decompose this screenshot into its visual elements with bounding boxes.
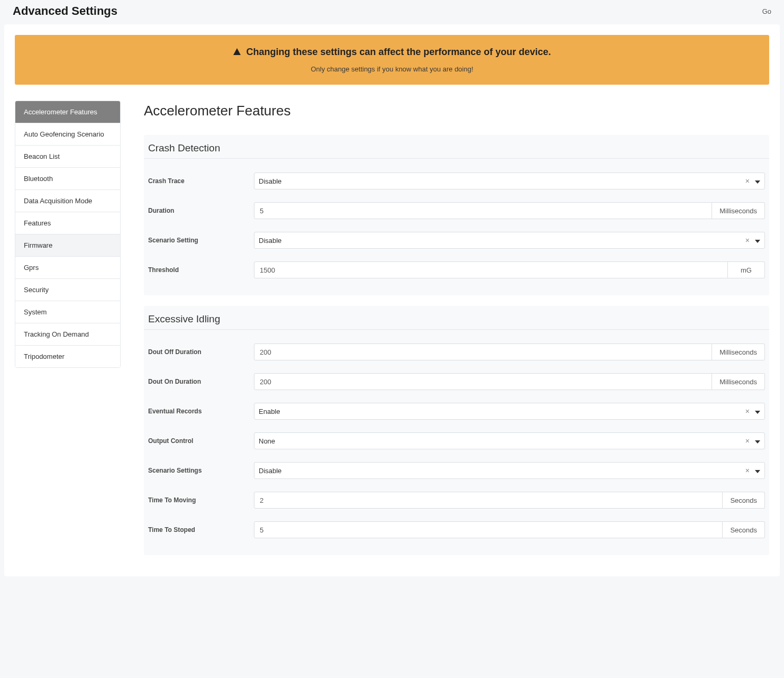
warning-banner: Changing these settings can affect the p… bbox=[15, 35, 769, 85]
sidebar-list: Accelerometer FeaturesAuto Geofencing Sc… bbox=[15, 101, 121, 368]
label-dout-on: Dout On Duration bbox=[148, 378, 254, 385]
sidebar-item-gprs[interactable]: Gprs bbox=[15, 257, 120, 279]
section-excessive-idling: Excessive Idling Dout Off Duration Milli… bbox=[144, 306, 769, 555]
unit-duration: Milliseconds bbox=[712, 202, 765, 219]
page-main-title: Advanced Settings bbox=[13, 4, 117, 18]
section-title-idling: Excessive Idling bbox=[144, 306, 769, 330]
unit-dout-on: Milliseconds bbox=[712, 373, 765, 390]
select-value: Enable bbox=[259, 408, 742, 415]
clear-icon[interactable]: × bbox=[742, 177, 753, 185]
row-dout-off: Dout Off Duration Milliseconds bbox=[144, 337, 769, 367]
label-crash-trace: Crash Trace bbox=[148, 177, 254, 185]
chevron-down-icon[interactable] bbox=[753, 437, 760, 445]
row-time-to-moving: Time To Moving Seconds bbox=[144, 485, 769, 515]
row-time-to-stoped: Time To Stoped Seconds bbox=[144, 515, 769, 545]
sidebar-item-data-acquisition-mode[interactable]: Data Acquisition Mode bbox=[15, 190, 120, 212]
label-scenario-setting: Scenario Setting bbox=[148, 237, 254, 244]
select-crash-trace[interactable]: Disable × bbox=[254, 173, 765, 189]
page-title: Accelerometer Features bbox=[144, 103, 769, 119]
select-value: None bbox=[259, 437, 742, 445]
label-time-to-stoped: Time To Stoped bbox=[148, 526, 254, 534]
unit-time-to-moving: Seconds bbox=[723, 492, 765, 509]
warning-title-row: Changing these settings can affect the p… bbox=[25, 47, 759, 59]
select-value: Disable bbox=[259, 467, 742, 475]
label-eventual-records: Eventual Records bbox=[148, 408, 254, 415]
row-eventual-records: Eventual Records Enable × bbox=[144, 396, 769, 426]
chevron-down-icon[interactable] bbox=[753, 466, 760, 475]
select-value: Disable bbox=[259, 237, 742, 245]
row-threshold: Threshold mG bbox=[144, 255, 769, 285]
select-output-control[interactable]: None × bbox=[254, 432, 765, 449]
clear-icon[interactable]: × bbox=[742, 467, 753, 474]
warning-icon bbox=[233, 48, 241, 59]
sidebar-item-accelerometer-features[interactable]: Accelerometer Features bbox=[15, 101, 120, 123]
input-time-to-stoped[interactable] bbox=[254, 521, 723, 538]
input-threshold[interactable] bbox=[254, 261, 728, 278]
row-scenario-settings: Scenario Settings Disable × bbox=[144, 456, 769, 485]
select-scenario-setting[interactable]: Disable × bbox=[254, 232, 765, 249]
clear-icon[interactable]: × bbox=[742, 408, 753, 415]
warning-title: Changing these settings can affect the p… bbox=[246, 47, 551, 57]
sidebar-item-tripodometer[interactable]: Tripodometer bbox=[15, 346, 120, 367]
section-crash-detection: Crash Detection Crash Trace Disable × bbox=[144, 135, 769, 295]
main-panel: Accelerometer Features Crash Detection C… bbox=[144, 101, 769, 566]
sidebar-item-firmware[interactable]: Firmware bbox=[15, 234, 120, 257]
input-dout-off[interactable] bbox=[254, 343, 712, 360]
row-crash-trace: Crash Trace Disable × bbox=[144, 166, 769, 196]
input-duration[interactable] bbox=[254, 202, 712, 219]
sidebar-item-auto-geofencing-scenario[interactable]: Auto Geofencing Scenario bbox=[15, 123, 120, 146]
unit-threshold: mG bbox=[728, 261, 765, 278]
label-dout-off: Dout Off Duration bbox=[148, 348, 254, 356]
warning-subtitle: Only change settings if you know what yo… bbox=[25, 65, 759, 73]
sidebar-item-features[interactable]: Features bbox=[15, 212, 120, 234]
clear-icon[interactable]: × bbox=[742, 237, 753, 244]
row-scenario-setting: Scenario Setting Disable × bbox=[144, 225, 769, 255]
unit-dout-off: Milliseconds bbox=[712, 343, 765, 360]
select-eventual-records[interactable]: Enable × bbox=[254, 403, 765, 420]
chevron-down-icon[interactable] bbox=[753, 177, 760, 185]
label-threshold: Threshold bbox=[148, 266, 254, 274]
sidebar-item-security[interactable]: Security bbox=[15, 279, 120, 301]
input-time-to-moving[interactable] bbox=[254, 492, 723, 509]
row-duration: Duration Milliseconds bbox=[144, 196, 769, 225]
main-card: Changing these settings can affect the p… bbox=[4, 24, 780, 576]
chevron-down-icon[interactable] bbox=[753, 407, 760, 415]
label-duration: Duration bbox=[148, 207, 254, 214]
select-value: Disable bbox=[259, 177, 742, 185]
label-output-control: Output Control bbox=[148, 437, 254, 445]
clear-icon[interactable]: × bbox=[742, 437, 753, 445]
sidebar-item-beacon-list[interactable]: Beacon List bbox=[15, 146, 120, 168]
unit-time-to-stoped: Seconds bbox=[723, 521, 765, 538]
content-area: Accelerometer FeaturesAuto Geofencing Sc… bbox=[15, 101, 769, 566]
go-link[interactable]: Go bbox=[762, 7, 771, 15]
page-header: Advanced Settings Go bbox=[0, 0, 784, 24]
settings-sidebar: Accelerometer FeaturesAuto Geofencing Sc… bbox=[15, 101, 121, 566]
label-time-to-moving: Time To Moving bbox=[148, 496, 254, 504]
label-scenario-settings: Scenario Settings bbox=[148, 467, 254, 474]
row-output-control: Output Control None × bbox=[144, 426, 769, 456]
sidebar-item-tracking-on-demand[interactable]: Tracking On Demand bbox=[15, 323, 120, 346]
input-dout-on[interactable] bbox=[254, 373, 712, 390]
row-dout-on: Dout On Duration Milliseconds bbox=[144, 367, 769, 396]
section-title-crash: Crash Detection bbox=[144, 135, 769, 159]
chevron-down-icon[interactable] bbox=[753, 236, 760, 245]
sidebar-item-bluetooth[interactable]: Bluetooth bbox=[15, 168, 120, 190]
sidebar-item-system[interactable]: System bbox=[15, 301, 120, 323]
select-scenario-settings[interactable]: Disable × bbox=[254, 462, 765, 479]
